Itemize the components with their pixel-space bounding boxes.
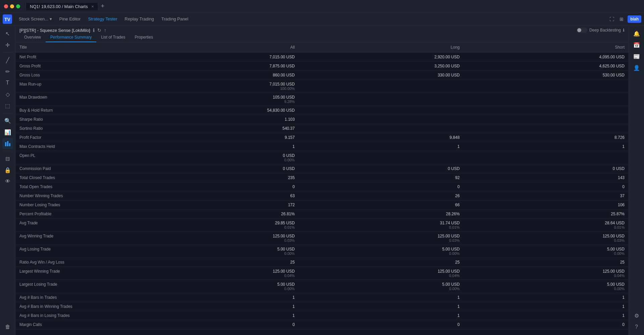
measure-icon[interactable]: ⬚ bbox=[2, 100, 13, 111]
performance-table-container[interactable]: Title All Long Short Net Profit7,015.00 … bbox=[15, 42, 629, 335]
crosshair-icon[interactable]: ✛ bbox=[2, 40, 13, 50]
table-row: Avg # Bars in Losing Trades111 bbox=[15, 311, 629, 320]
layout-icon[interactable]: ⊞ bbox=[618, 15, 626, 23]
table-row: Avg Winning Trade125.00 USD0.03%125.00 U… bbox=[15, 232, 629, 245]
table-row: Max Run-up7,015.00 USD100.00% bbox=[15, 80, 629, 93]
fullscreen-icon[interactable]: ⛶ bbox=[607, 15, 616, 23]
settings-bottom-icon[interactable]: ⚙ bbox=[631, 310, 642, 321]
cell-all: 540.37 bbox=[123, 124, 299, 133]
lock-icon[interactable]: 🔒 bbox=[2, 165, 13, 175]
maximize-button[interactable] bbox=[16, 4, 20, 8]
cell-long: 5.00 USD0.00% bbox=[299, 245, 464, 258]
cell-all: 5.00 USD0.00% bbox=[123, 280, 299, 293]
cell-all: 1 bbox=[123, 311, 299, 320]
strategy-tester-nav[interactable]: Strategy Tester bbox=[85, 15, 120, 23]
cell-title: Max Drawdown bbox=[15, 93, 123, 106]
shape-icon[interactable]: ◇ bbox=[2, 89, 13, 100]
cell-title: Max Contracts Held bbox=[15, 142, 123, 151]
replay-trading-nav[interactable]: Replay Trading bbox=[121, 15, 157, 23]
deep-backtesting-switch[interactable] bbox=[577, 27, 587, 33]
cell-all: 7,015.00 USD bbox=[123, 53, 299, 62]
cell-short: 125.00 USD0.03% bbox=[464, 232, 629, 245]
trading-panel-nav[interactable]: Trading Panel bbox=[158, 15, 192, 23]
table-row: Net Profit7,015.00 USD2,920.00 USD4,095.… bbox=[15, 53, 629, 62]
strategy-icon[interactable] bbox=[2, 138, 13, 149]
cell-title: Commission Paid bbox=[15, 164, 123, 173]
tab-properties[interactable]: Properties bbox=[130, 33, 158, 42]
tab-list-of-trades[interactable]: List of Trades bbox=[96, 33, 130, 42]
trash-icon[interactable]: 🗑 bbox=[2, 322, 13, 332]
line-icon[interactable]: ╱ bbox=[2, 55, 13, 65]
close-button[interactable] bbox=[4, 4, 8, 8]
alert-icon[interactable]: 🔔 bbox=[631, 28, 642, 39]
cell-title: Gross Profit bbox=[15, 62, 123, 71]
cell-title: Open PL bbox=[15, 151, 123, 164]
table-row: Margin Calls000 bbox=[15, 320, 629, 329]
cell-all: 25 bbox=[123, 258, 299, 267]
tab-performance-summary[interactable]: Performance Summary bbox=[46, 33, 96, 42]
cell-title: Avg # Bars in Winning Trades bbox=[15, 302, 123, 311]
chart-tab[interactable]: NQ1! 19,623.00 / Main Charts ✕ bbox=[25, 2, 98, 10]
table-row: Gross Loss860.00 USD330.00 USD530.00 USD bbox=[15, 71, 629, 80]
svg-rect-4 bbox=[9, 143, 10, 146]
info-icon[interactable]: ℹ bbox=[93, 27, 95, 33]
table-row: Total Closed Trades23592143 bbox=[15, 173, 629, 182]
news-icon[interactable]: 📰 bbox=[631, 51, 642, 62]
minimize-button[interactable] bbox=[10, 4, 14, 8]
person-icon[interactable]: 👤 bbox=[631, 62, 642, 73]
refresh-icon[interactable]: ↻ bbox=[97, 27, 101, 33]
text-icon[interactable]: T bbox=[2, 77, 13, 88]
cell-title: Net Profit bbox=[15, 53, 123, 62]
cell-short bbox=[464, 115, 629, 124]
zoom-icon[interactable]: 🔍 bbox=[2, 115, 13, 126]
chart-tab-close[interactable]: ✕ bbox=[91, 5, 94, 8]
cell-long: 1 bbox=[299, 142, 464, 151]
calendar-icon[interactable]: 📅 bbox=[631, 40, 642, 50]
cell-long bbox=[299, 115, 464, 124]
cell-short: 4,095.00 USD bbox=[464, 53, 629, 62]
cell-short: 4,625.00 USD bbox=[464, 62, 629, 71]
panel-tabs: Overview Performance Summary List of Tra… bbox=[19, 33, 625, 42]
svg-rect-2 bbox=[5, 142, 6, 146]
sidebar-divider-3 bbox=[3, 151, 12, 151]
col-all: All bbox=[123, 42, 299, 53]
cell-all: 1 bbox=[123, 293, 299, 302]
eye-icon[interactable]: 👁 bbox=[2, 176, 13, 187]
cell-all: 172 bbox=[123, 201, 299, 210]
cell-title: Gross Loss bbox=[15, 71, 123, 80]
cell-title: Sortino Ratio bbox=[15, 124, 123, 133]
table-row: Avg Trade29.85 USD0.01%31.74 USD0.01%28.… bbox=[15, 219, 629, 232]
cursor-icon[interactable]: ↖ bbox=[2, 28, 13, 39]
deep-backtesting-info-icon[interactable]: ℹ bbox=[623, 28, 625, 33]
cell-all: 7,875.00 USD bbox=[123, 62, 299, 71]
cell-short: 0 bbox=[464, 320, 629, 329]
publish-button[interactable]: blah bbox=[628, 15, 641, 23]
stock-screener-nav[interactable]: Stock Screen... bbox=[15, 15, 55, 23]
svg-rect-3 bbox=[7, 141, 8, 146]
cell-all: 5.00 USD0.00% bbox=[123, 245, 299, 258]
chart-icon[interactable]: 📊 bbox=[2, 127, 13, 137]
cell-title: Avg Trade bbox=[15, 219, 123, 232]
cell-title: Sharpe Ratio bbox=[15, 115, 123, 124]
new-tab-button[interactable]: + bbox=[101, 3, 105, 10]
table-row: Avg # Bars in Winning Trades111 bbox=[15, 302, 629, 311]
pine-editor-nav[interactable]: Pine Editor bbox=[56, 15, 84, 23]
layers-icon[interactable]: ⊟ bbox=[2, 153, 13, 164]
cell-all: 7,015.00 USD100.00% bbox=[123, 80, 299, 93]
help-icon[interactable]: ? bbox=[631, 322, 642, 332]
cell-short: 28.64 USD0.01% bbox=[464, 219, 629, 232]
table-row: Max Drawdown105.00 USD9.28% bbox=[15, 93, 629, 106]
table-row: Open PL0 USD0.00% bbox=[15, 151, 629, 164]
cell-short bbox=[464, 80, 629, 93]
chart-tab-label: NQ1! 19,623.00 / Main Charts bbox=[30, 4, 88, 9]
tab-overview[interactable]: Overview bbox=[19, 33, 46, 42]
export-icon[interactable]: ↑ bbox=[104, 27, 106, 33]
pencil-icon[interactable]: ✏ bbox=[2, 66, 13, 77]
cell-long: 1 bbox=[299, 293, 464, 302]
cell-short: 25.87% bbox=[464, 210, 629, 219]
navbar: TV Stock Screen... Pine Editor Strategy … bbox=[0, 13, 644, 25]
cell-short: 1 bbox=[464, 142, 629, 151]
cell-all: 0 USD0.00% bbox=[123, 151, 299, 164]
cell-title: Total Open Trades bbox=[15, 182, 123, 191]
cell-title: Total Closed Trades bbox=[15, 173, 123, 182]
